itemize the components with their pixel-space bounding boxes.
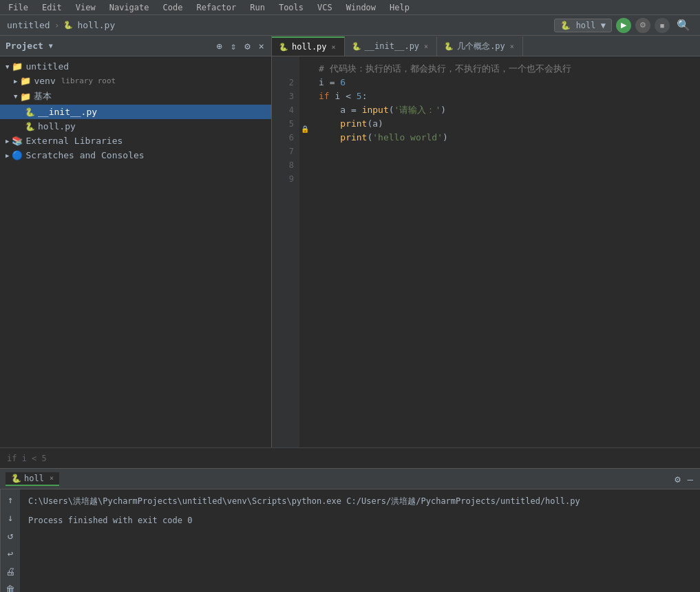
code-line-6: print('hello world') bbox=[319, 131, 700, 145]
project-panel: Project ▼ ⊕ ⇕ ⚙ × ▼ 📁 untitled ▶ 📁 venv … bbox=[0, 36, 272, 447]
terminal-command: C:\Users\洪培越\PycharmProjects\untitled\ve… bbox=[28, 495, 692, 507]
tree-item-untitled[interactable]: ▼ 📁 untitled bbox=[0, 59, 271, 74]
wrap-icon[interactable]: ↩ bbox=[6, 546, 15, 561]
code-line-2: i = 6 bbox=[319, 76, 700, 89]
terminal-tab-holl[interactable]: 🐍 holl × bbox=[6, 472, 59, 486]
expand-arrow-jiben-icon: ▼ bbox=[14, 93, 17, 100]
tab-init-py[interactable]: 🐍 __init__.py × bbox=[345, 36, 438, 56]
expand-arrow-venv-icon: ▶ bbox=[14, 78, 17, 85]
tab-holl-py-label: holl.py bbox=[292, 42, 327, 52]
tab-init-py-icon: 🐍 bbox=[352, 42, 361, 51]
breadcrumb-file[interactable]: holl.py bbox=[77, 20, 115, 30]
tree-label-init-py: __init__.py bbox=[38, 107, 97, 117]
menu-code[interactable]: Code bbox=[160, 3, 186, 12]
tree-label-jiben: 基本 bbox=[34, 90, 52, 103]
terminal-content: C:\Users\洪培越\PycharmProjects\untitled\ve… bbox=[20, 489, 700, 592]
code-line-1: # 代码块：执行的话，都会执行，不执行的话，一个也不会执行 bbox=[319, 62, 700, 76]
expand-ext-icon: ▶ bbox=[6, 138, 9, 145]
tree-label-holl-py: holl.py bbox=[38, 121, 76, 131]
run-config-badge[interactable]: 🐍 holl ▼ bbox=[554, 19, 612, 32]
tree-label-untitled: untitled bbox=[25, 61, 69, 72]
code-line-8 bbox=[319, 158, 700, 172]
terminal-tab-close[interactable]: × bbox=[50, 474, 54, 482]
add-icon[interactable]: ⊕ bbox=[215, 39, 223, 53]
py-init-icon: 🐍 bbox=[25, 107, 35, 117]
search-button[interactable]: 🔍 bbox=[674, 17, 693, 33]
run-config-label: holl bbox=[576, 21, 596, 30]
file-tab-icon: 🐍 bbox=[63, 21, 73, 30]
gutter: 🔒 bbox=[299, 56, 313, 447]
title-bar: untitled › 🐍 holl.py 🐍 holl ▼ ▶ ⚙ ■ 🔍 bbox=[0, 15, 700, 36]
comment-span: # 代码块：执行的话，都会执行，不执行的话，一个也不会执行 bbox=[319, 63, 571, 74]
tab-holl-py-icon: 🐍 bbox=[279, 43, 288, 52]
settings-icon[interactable]: ⚙ bbox=[243, 39, 251, 53]
stop-button[interactable]: ■ bbox=[655, 18, 670, 33]
scroll-up-icon[interactable]: ↑ bbox=[6, 492, 15, 507]
menu-window[interactable]: Window bbox=[343, 3, 379, 12]
terminal-tab-label: holl bbox=[24, 474, 44, 483]
debug-button[interactable]: ⚙ bbox=[635, 18, 650, 33]
run-button[interactable]: ▶ bbox=[616, 18, 631, 33]
terminal-toolbar: 🐍 holl × ⚙ — bbox=[0, 469, 700, 489]
tree-item-jiben[interactable]: ▼ 📁 基本 bbox=[0, 88, 271, 105]
collapse-icon[interactable]: ⇕ bbox=[229, 39, 237, 53]
run-config-icon: 🐍 bbox=[560, 21, 571, 30]
line-numbers: 2 3 4 5 6 7 8 9 bbox=[272, 56, 299, 447]
tree-item-venv[interactable]: ▶ 📁 venv library root bbox=[0, 74, 271, 88]
terminal-settings-icon[interactable]: ⚙ bbox=[673, 472, 681, 486]
delete-icon[interactable]: 🗑 bbox=[3, 582, 17, 592]
project-dropdown-arrow[interactable]: ▼ bbox=[49, 42, 53, 50]
terminal-tab-icon: 🐍 bbox=[11, 474, 21, 483]
menu-view[interactable]: View bbox=[73, 3, 98, 12]
ext-libs-icon: 📚 bbox=[12, 136, 23, 146]
terminal-close-icon[interactable]: — bbox=[686, 472, 694, 486]
project-title: Project bbox=[6, 41, 43, 51]
terminal-body: ↑ ↓ ↺ ↩ 🖨 🗑 C:\Users\洪培越\PycharmProjects… bbox=[0, 489, 700, 592]
tab-holl-py-close[interactable]: × bbox=[330, 43, 337, 52]
hint-bar: if i < 5 bbox=[0, 447, 700, 468]
terminal-side-icons: ↑ ↓ ↺ ↩ 🖨 🗑 bbox=[0, 489, 20, 592]
code-editor[interactable]: 2 3 4 5 6 7 8 9 🔒 # 代码块：执行的话，都会执行，不执行的话，… bbox=[272, 56, 700, 447]
tree-item-scratches[interactable]: ▶ 🔵 Scratches and Consoles bbox=[0, 148, 271, 162]
main-layout: Project ▼ ⊕ ⇕ ⚙ × ▼ 📁 untitled ▶ 📁 venv … bbox=[0, 36, 700, 447]
tab-concepts-py-icon: 🐍 bbox=[444, 42, 454, 51]
code-line-7 bbox=[319, 145, 700, 158]
folder-venv-icon: 📁 bbox=[20, 76, 31, 86]
tree-label-ext-libs: External Libraries bbox=[25, 136, 123, 146]
code-line-4: a = input('请输入：') bbox=[319, 103, 700, 117]
tab-holl-py[interactable]: 🐍 holl.py × bbox=[272, 36, 345, 56]
menu-navigate[interactable]: Navigate bbox=[107, 3, 152, 12]
menu-file[interactable]: File bbox=[6, 3, 31, 12]
folder-icon: 📁 bbox=[12, 61, 23, 72]
tree-item-init-py[interactable]: 🐍 __init__.py bbox=[0, 105, 271, 119]
py-holl-icon: 🐍 bbox=[25, 122, 35, 131]
print-icon[interactable]: 🖨 bbox=[3, 564, 17, 579]
scroll-down-icon[interactable]: ↓ bbox=[6, 510, 15, 525]
menu-refactor[interactable]: Refactor bbox=[193, 3, 239, 12]
breadcrumb-separator: › bbox=[54, 20, 60, 30]
folder-jiben-icon: 📁 bbox=[20, 92, 31, 102]
library-root-label: library root bbox=[61, 76, 116, 85]
breakpoint-icon[interactable]: 🔒 bbox=[301, 125, 309, 133]
tree-item-ext-libs[interactable]: ▶ 📚 External Libraries bbox=[0, 134, 271, 148]
tree-item-holl-py[interactable]: 🐍 holl.py bbox=[0, 119, 271, 134]
tab-concepts-py-close[interactable]: × bbox=[509, 42, 516, 51]
tab-init-py-close[interactable]: × bbox=[423, 42, 429, 51]
expand-scratches-icon: ▶ bbox=[6, 152, 9, 159]
menu-vcs[interactable]: VCS bbox=[315, 3, 335, 12]
code-content[interactable]: # 代码块：执行的话，都会执行，不执行的话，一个也不会执行 i = 6 if i… bbox=[313, 56, 700, 447]
run-config-dropdown-icon: ▼ bbox=[601, 21, 606, 30]
code-line-5: print(a) bbox=[319, 117, 700, 131]
code-line-3: if i < 5: bbox=[319, 89, 700, 103]
menu-run[interactable]: Run bbox=[247, 3, 268, 12]
rerun-icon[interactable]: ↺ bbox=[6, 528, 15, 543]
breadcrumb-project[interactable]: untitled bbox=[7, 20, 50, 30]
menu-tools[interactable]: Tools bbox=[276, 3, 306, 12]
tab-concepts-py[interactable]: 🐍 几个概念.py × bbox=[437, 36, 523, 56]
tab-init-py-label: __init__.py bbox=[365, 41, 419, 51]
hint-text: if i < 5 bbox=[7, 454, 47, 463]
panel-close-icon[interactable]: × bbox=[257, 39, 266, 53]
menu-edit[interactable]: Edit bbox=[39, 3, 65, 12]
menu-help[interactable]: Help bbox=[387, 3, 412, 12]
expand-arrow-icon: ▼ bbox=[6, 63, 9, 70]
